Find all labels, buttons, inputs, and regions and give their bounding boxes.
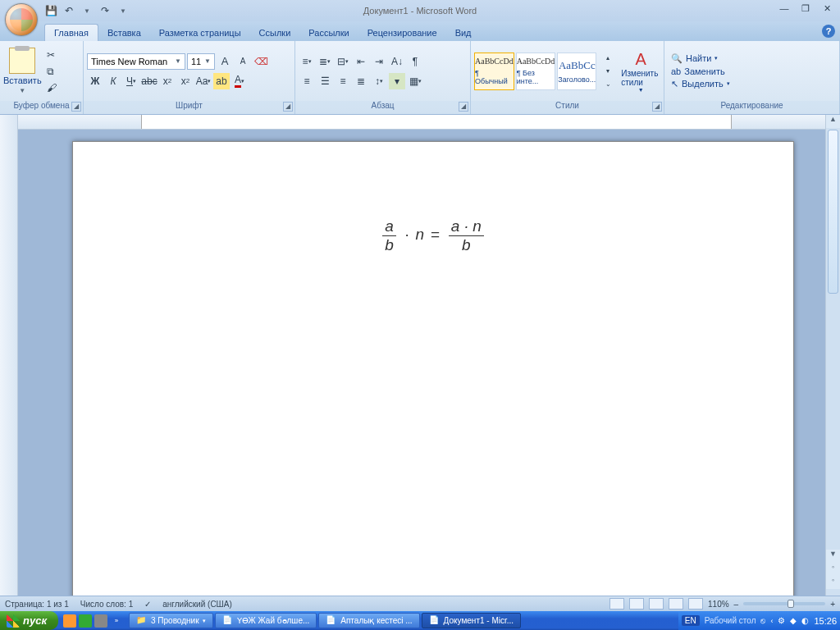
font-size-combo[interactable]: 11▼ (187, 53, 215, 70)
replace-button[interactable]: abЗаменить (671, 66, 730, 76)
align-center-button[interactable]: ☰ (317, 73, 333, 89)
zoom-slider[interactable] (743, 602, 825, 605)
tab-references[interactable]: Ссылки (250, 25, 300, 41)
justify-button[interactable]: ≣ (353, 73, 369, 89)
save-icon[interactable]: 💾 (44, 4, 57, 17)
vertical-ruler[interactable] (0, 115, 18, 596)
taskbar-item-doc1[interactable]: 📄ҮӨЖ Жай бөлше... (215, 613, 317, 628)
style-heading1[interactable]: AaBbCc Заголово... (557, 52, 596, 90)
paste-button[interactable]: Вставить ▼ (3, 48, 42, 94)
tab-mailings[interactable]: Рассылки (299, 25, 358, 41)
zoom-value[interactable]: 110% (708, 600, 729, 609)
change-styles-button[interactable]: A Изменить стили ▼ (621, 50, 660, 93)
tab-view[interactable]: Вид (446, 25, 481, 41)
increase-indent-button[interactable]: ⇥ (371, 53, 387, 70)
ql-icon-3[interactable] (94, 614, 107, 628)
tab-review[interactable]: Рецензирование (358, 25, 446, 41)
tray-icon-3[interactable]: ◆ (790, 616, 797, 625)
format-painter-icon[interactable]: 🖌 (47, 82, 57, 94)
scroll-down-icon[interactable]: ▼ (826, 550, 840, 563)
taskbar-item-doc2[interactable]: 📄Апталық кестесі ... (318, 613, 419, 628)
decrease-indent-button[interactable]: ⇤ (353, 53, 369, 70)
shrink-font-icon[interactable]: A (235, 53, 251, 70)
multilevel-button[interactable]: ⊟▾ (335, 53, 351, 70)
cut-icon[interactable]: ✂ (47, 49, 57, 61)
undo-icon[interactable]: ↶ (62, 4, 75, 17)
scrollbar-thumb[interactable] (828, 130, 838, 294)
status-page[interactable]: Страница: 1 из 1 (5, 600, 69, 609)
ql-icon-2[interactable] (79, 614, 92, 628)
styles-dialog-launcher[interactable]: ◢ (652, 102, 662, 112)
view-outline[interactable] (669, 598, 683, 609)
view-full-reading[interactable] (629, 598, 644, 609)
help-icon[interactable]: ? (822, 25, 835, 38)
clock[interactable]: 15:26 (814, 616, 837, 626)
tab-home[interactable]: Главная (44, 24, 98, 41)
zoom-out-button[interactable]: – (734, 600, 739, 609)
find-button[interactable]: 🔍Найти ▾ (671, 53, 730, 64)
ql-icon-1[interactable] (63, 614, 76, 628)
align-right-button[interactable]: ≡ (335, 73, 351, 89)
office-button[interactable] (5, 3, 38, 36)
superscript-button[interactable]: x2 (177, 73, 194, 89)
scroll-up-icon[interactable]: ▲ (826, 115, 840, 128)
tray-icon-2[interactable]: ⚙ (778, 616, 785, 625)
show-desktop-label[interactable]: Рабочий стол (705, 616, 756, 625)
status-words[interactable]: Число слов: 1 (80, 600, 133, 609)
styles-more[interactable]: ⌄ (600, 79, 616, 90)
subscript-button[interactable]: x2 (159, 73, 176, 89)
tab-page-layout[interactable]: Разметка страницы (150, 25, 250, 41)
horizontal-ruler[interactable] (18, 115, 825, 130)
styles-row-down[interactable]: ▾ (600, 66, 616, 77)
tab-insert[interactable]: Вставка (98, 25, 150, 41)
show-marks-button[interactable]: ¶ (407, 53, 423, 70)
style-no-spacing[interactable]: AaBbCcDd ¶ Без инте... (516, 52, 556, 90)
qat-customize-icon[interactable]: ▼ (116, 4, 130, 17)
copy-icon[interactable]: ⧉ (47, 66, 57, 77)
undo-dropdown-icon[interactable]: ▼ (80, 4, 94, 17)
page[interactable]: ab · n = a · nb (72, 141, 794, 596)
close-button[interactable]: ✕ (817, 3, 837, 16)
highlight-button[interactable]: ab (213, 73, 230, 89)
sort-button[interactable]: A↓ (389, 53, 405, 70)
equation[interactable]: ab · n = a · nb (73, 217, 793, 254)
zoom-slider-knob[interactable] (788, 600, 794, 608)
shading-button[interactable]: ▾ (389, 73, 405, 89)
language-indicator[interactable]: EN (682, 615, 700, 626)
redo-icon[interactable]: ↷ (98, 4, 112, 17)
clear-formatting-icon[interactable]: ⌫ (253, 53, 269, 70)
ql-expand-icon[interactable]: » (110, 614, 123, 628)
tray-icon-4[interactable]: ◐ (801, 616, 809, 625)
view-web-layout[interactable] (649, 598, 664, 609)
next-page-icon[interactable]: ◦ (826, 576, 840, 589)
styles-row-up[interactable]: ▴ (600, 52, 616, 64)
start-button[interactable]: пуск (0, 611, 58, 630)
maximize-button[interactable]: ❐ (796, 3, 815, 16)
style-normal[interactable]: AaBbCcDd ¶ Обычный (474, 52, 514, 90)
taskbar-item-doc3[interactable]: 📄Документ1 - Micr... (422, 613, 521, 628)
view-print-layout[interactable] (609, 598, 624, 609)
change-case-button[interactable]: Aa▾ (195, 73, 212, 89)
minimize-button[interactable]: — (774, 3, 794, 16)
font-name-combo[interactable]: Times New Roman▼ (87, 53, 185, 70)
tray-expand-icon[interactable]: ‹ (770, 617, 773, 625)
zoom-in-button[interactable]: + (830, 600, 835, 609)
line-spacing-button[interactable]: ↕▾ (371, 73, 387, 89)
taskbar-item-explorer[interactable]: 📁3 Проводник▾ (129, 613, 213, 628)
vertical-scrollbar[interactable]: ▲ ▼ ◦ ◦ (825, 115, 840, 596)
prev-page-icon[interactable]: ◦ (826, 563, 840, 576)
grow-font-icon[interactable]: A (217, 53, 233, 70)
bullets-button[interactable]: ≡▾ (299, 53, 315, 70)
font-dialog-launcher[interactable]: ◢ (283, 102, 293, 112)
status-proofing-icon[interactable]: ✓ (144, 600, 151, 609)
borders-button[interactable]: ▦▾ (407, 73, 423, 89)
tray-icon-1[interactable]: ⎋ (760, 616, 765, 625)
status-language[interactable]: английский (США) (162, 600, 232, 609)
strike-button[interactable]: abc (141, 73, 158, 89)
underline-button[interactable]: Ч▾ (123, 73, 139, 89)
view-draft[interactable] (688, 598, 703, 609)
select-button[interactable]: ↖Выделить ▾ (671, 79, 730, 89)
align-left-button[interactable]: ≡ (299, 73, 315, 89)
italic-button[interactable]: К (105, 73, 121, 89)
clipboard-dialog-launcher[interactable]: ◢ (71, 102, 81, 112)
